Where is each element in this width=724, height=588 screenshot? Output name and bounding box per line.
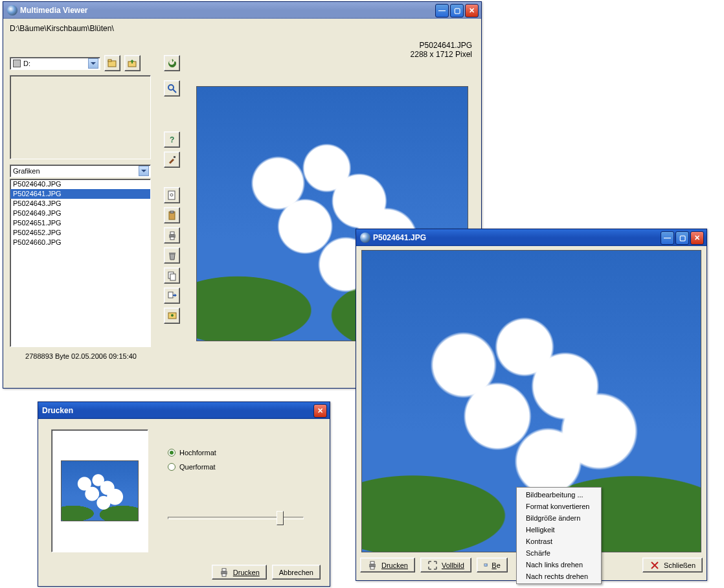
svg-rect-6 xyxy=(174,156,175,158)
context-menu-item[interactable]: Bildgröße ändern xyxy=(518,512,600,524)
file-list-item[interactable]: P5024652.JPG xyxy=(10,228,150,238)
image-titlebar[interactable]: P5024641.JPG — ▢ ✕ xyxy=(356,229,707,246)
help-button[interactable]: ? xyxy=(164,131,180,148)
print-button[interactable]: Drucken xyxy=(360,558,415,572)
context-menu-item[interactable]: Schärfe xyxy=(518,547,600,559)
portrait-radio[interactable]: Hochformat xyxy=(168,449,317,457)
print-title: Drucken xyxy=(42,406,73,415)
svg-rect-27 xyxy=(222,574,226,576)
print-confirm-button[interactable]: Drucken xyxy=(212,565,267,580)
image-window-title: P5024641.JPG xyxy=(373,233,426,242)
copy-button[interactable] xyxy=(164,267,180,284)
image-dimensions: 2288 x 1712 Pixel xyxy=(411,50,472,59)
path-text: D:\Bäume\Kirschbaum\Blüten\ xyxy=(10,24,477,33)
folder-up-button[interactable] xyxy=(124,55,141,71)
svg-rect-12 xyxy=(170,232,174,234)
preview-button[interactable] xyxy=(164,187,180,203)
context-menu-item[interactable]: Format konvertieren xyxy=(518,501,600,512)
fullscreen-button[interactable]: Vollbild xyxy=(420,558,471,572)
viewer-title: Multimedia Viewer xyxy=(20,6,87,15)
svg-rect-22 xyxy=(370,567,374,569)
page-preview xyxy=(51,429,148,552)
svg-rect-13 xyxy=(170,237,174,240)
landscape-radio[interactable]: Querformat xyxy=(168,463,317,471)
svg-rect-23 xyxy=(484,563,488,566)
folder-new-button[interactable] xyxy=(104,55,120,71)
close-button[interactable]: ✕ xyxy=(690,231,704,245)
filter-value: Grafiken xyxy=(13,167,40,175)
zoom-slider[interactable] xyxy=(168,510,304,526)
minimize-button[interactable]: — xyxy=(435,4,449,17)
refresh-button[interactable] xyxy=(164,55,180,71)
print-confirm-label: Drucken xyxy=(233,569,260,576)
svg-point-24 xyxy=(485,564,486,565)
drive-dropdown[interactable]: D: xyxy=(10,57,100,70)
cancel-button[interactable]: Abbrechen xyxy=(272,565,321,580)
portrait-label: Hochformat xyxy=(179,449,216,457)
edit-button[interactable]: Be xyxy=(477,558,508,572)
drive-icon xyxy=(13,60,21,67)
dropdown-arrow-icon[interactable] xyxy=(139,166,149,176)
context-menu-item[interactable]: Nach rechts drehen xyxy=(518,571,600,582)
dropdown-arrow-icon[interactable] xyxy=(88,58,98,69)
folder-tree[interactable] xyxy=(10,75,151,159)
file-list[interactable]: P5024640.JPGP5024641.JPGP5024643.JPGP502… xyxy=(10,179,151,347)
file-list-item[interactable]: P5024643.JPG xyxy=(10,199,150,209)
svg-line-4 xyxy=(173,89,176,93)
close-button[interactable]: ✕ xyxy=(313,404,327,418)
page-preview-image xyxy=(61,460,139,521)
radio-icon xyxy=(168,463,175,471)
zoom-button[interactable] xyxy=(164,80,180,96)
print-label: Drucken xyxy=(381,561,408,569)
filter-dropdown[interactable]: Grafiken xyxy=(10,164,151,177)
app-icon xyxy=(360,232,370,243)
maximize-button[interactable]: ▢ xyxy=(675,231,689,245)
svg-point-19 xyxy=(171,314,174,317)
fullscreen-label: Vollbild xyxy=(442,561,464,569)
context-menu-item[interactable]: Nach links drehen xyxy=(518,559,600,571)
file-list-item[interactable]: P5024651.JPG xyxy=(10,218,150,228)
print-dialog: Drucken ✕ Hochformat Querformat xyxy=(38,401,330,587)
slideshow-button[interactable] xyxy=(164,308,180,324)
image-window: P5024641.JPG — ▢ ✕ Drucken Vollbild Be S… xyxy=(356,229,707,581)
context-menu-item[interactable]: Helligkeit xyxy=(518,524,600,536)
landscape-label: Querformat xyxy=(179,463,216,471)
context-menu[interactable]: Bildbearbeitung ...Format konvertierenBi… xyxy=(516,487,602,584)
image-filename: P5024641.JPG xyxy=(411,41,472,50)
drive-value: D: xyxy=(23,60,30,67)
slider-thumb[interactable] xyxy=(277,511,284,525)
svg-rect-17 xyxy=(168,292,173,298)
radio-icon xyxy=(168,449,175,457)
context-menu-item[interactable]: Bildbearbeitung ... xyxy=(518,489,600,501)
svg-rect-1 xyxy=(108,60,111,62)
svg-text:?: ? xyxy=(170,135,174,144)
settings-button[interactable] xyxy=(164,152,180,168)
print-button[interactable] xyxy=(164,227,180,243)
svg-point-3 xyxy=(168,85,174,90)
close-label: Schließen xyxy=(664,561,696,569)
delete-button[interactable] xyxy=(164,247,180,264)
minimize-button[interactable]: — xyxy=(661,231,674,245)
file-list-item[interactable]: P5024640.JPG xyxy=(10,179,150,189)
viewer-titlebar[interactable]: Multimedia Viewer — ▢ ✕ xyxy=(3,2,481,19)
close-button[interactable]: ✕ xyxy=(465,4,479,17)
close-button[interactable]: Schließen xyxy=(642,558,703,572)
paste-button[interactable] xyxy=(164,207,180,223)
svg-rect-7 xyxy=(168,191,175,199)
svg-rect-26 xyxy=(222,569,226,571)
print-titlebar[interactable]: Drucken ✕ xyxy=(38,402,330,419)
svg-rect-14 xyxy=(169,253,175,254)
svg-rect-16 xyxy=(170,274,175,280)
maximize-button[interactable]: ▢ xyxy=(450,4,464,17)
app-icon xyxy=(7,5,17,16)
file-list-item[interactable]: P5024649.JPG xyxy=(10,209,150,218)
status-text: 2788893 Byte 02.05.2006 09:15:40 xyxy=(10,352,152,360)
svg-rect-10 xyxy=(170,211,174,213)
cancel-label: Abbrechen xyxy=(279,569,313,576)
svg-rect-21 xyxy=(370,561,374,564)
file-list-item[interactable]: P5024641.JPG xyxy=(10,189,150,199)
move-button[interactable] xyxy=(164,288,180,304)
file-list-item[interactable]: P5024660.JPG xyxy=(10,238,150,247)
context-menu-item[interactable]: Kontrast xyxy=(518,536,600,547)
